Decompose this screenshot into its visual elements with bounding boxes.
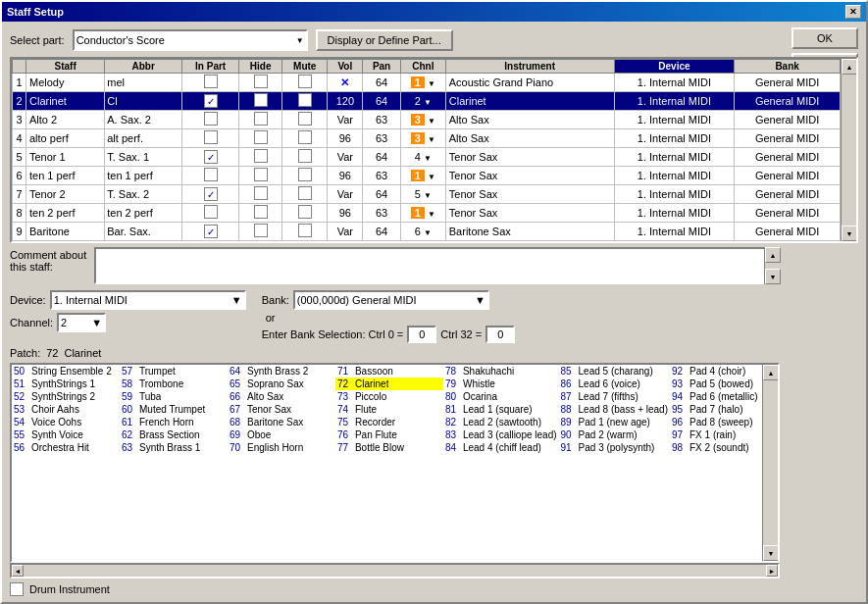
cell-mute[interactable]	[282, 74, 328, 92]
table-row[interactable]: 8ten 2 perften 2 perf96631 ▼Tenor Sax1. …	[13, 204, 841, 223]
patch-scroll-down[interactable]: ▼	[763, 545, 779, 561]
cell-mute[interactable]	[282, 92, 328, 111]
device-dropdown[interactable]: 1. Internal MIDI ▼	[50, 290, 246, 310]
patch-item[interactable]: 52SynthStrings 2	[12, 390, 120, 403]
cell-mute[interactable]	[282, 148, 328, 167]
cell-inpart[interactable]	[181, 148, 238, 167]
comment-scroll-up[interactable]: ▲	[765, 247, 781, 263]
patch-item[interactable]: 80Ocarina	[443, 390, 559, 403]
table-row[interactable]: 3Alto 2A. Sax. 2Var633 ▼Alto Sax1. Inter…	[13, 111, 841, 129]
cell-inpart[interactable]	[181, 167, 238, 185]
part-dropdown[interactable]: Conductor's Score ▼	[73, 29, 308, 51]
bank-dropdown[interactable]: (000,000d) General MIDI ▼	[293, 290, 489, 310]
cell-inpart[interactable]	[181, 129, 238, 148]
cell-inpart[interactable]	[181, 185, 238, 204]
patch-item[interactable]: 83Lead 3 (calliope lead)	[443, 428, 559, 441]
display-define-button[interactable]: Display or Define Part...	[316, 29, 453, 51]
drum-checkbox[interactable]	[10, 582, 24, 596]
patch-item[interactable]: 77Bottle Blow	[335, 441, 443, 454]
patch-item[interactable]: 65Soprano Sax	[228, 378, 335, 390]
table-row[interactable]: 7Tenor 2T. Sax. 2Var645 ▼Tenor Sax1. Int…	[13, 185, 841, 204]
scroll-up-btn[interactable]: ▲	[842, 59, 857, 75]
patch-item[interactable]: 56Orchestra Hit	[12, 441, 120, 454]
patch-item[interactable]: 55Synth Voice	[12, 428, 120, 441]
cell-mute[interactable]	[282, 167, 328, 185]
table-row[interactable]: 1Melodymel✕641 ▼Acoustic Grand Piano1. I…	[13, 74, 841, 92]
table-scrollbar-v[interactable]: ▲ ▼	[841, 59, 856, 241]
patch-item[interactable]: 54Voice Oohs	[12, 416, 120, 428]
cell-inpart[interactable]	[181, 204, 238, 223]
ok-button[interactable]: OK	[791, 27, 858, 49]
patch-item[interactable]: 74Flute	[335, 403, 443, 416]
patch-item[interactable]: 70English Horn	[228, 441, 335, 454]
patch-item[interactable]: 67Tenor Sax	[228, 403, 335, 416]
h-scroll-left[interactable]: ◄	[12, 565, 24, 577]
patch-item[interactable]: 88Lead 8 (bass + lead)	[559, 403, 670, 416]
patch-item[interactable]: 68Baritone Sax	[228, 416, 335, 428]
patch-item[interactable]: 90Pad 2 (warm)	[559, 428, 670, 441]
ctrl0-input[interactable]	[407, 326, 436, 343]
patch-item[interactable]: 78Shakuhachi	[443, 365, 559, 378]
table-row[interactable]: 9BaritoneBar. Sax.Var646 ▼Baritone Sax1.…	[13, 223, 841, 241]
patch-item[interactable]: 63Synth Brass 1	[120, 441, 228, 454]
table-row[interactable]: 5Tenor 1T. Sax. 1Var644 ▼Tenor Sax1. Int…	[13, 148, 841, 167]
cell-mute[interactable]	[282, 204, 328, 223]
patch-item[interactable]: 72Clarinet	[335, 378, 443, 390]
cell-inpart[interactable]	[181, 92, 238, 111]
patch-scrollbar-v[interactable]: ▲ ▼	[762, 365, 778, 561]
patch-item[interactable]: 66Alto Sax	[228, 390, 335, 403]
patch-item[interactable]: 61French Horn	[120, 416, 228, 428]
patch-item[interactable]: 87Lead 7 (fifths)	[559, 390, 670, 403]
cell-mute[interactable]	[282, 223, 328, 241]
patch-item[interactable]: 62Brass Section	[120, 428, 228, 441]
comment-scroll-down[interactable]: ▼	[765, 269, 781, 284]
patch-item[interactable]: 85Lead 5 (charang)	[559, 365, 670, 378]
patch-item[interactable]: 76Pan Flute	[335, 428, 443, 441]
cell-hide[interactable]	[239, 204, 282, 223]
patch-item[interactable]: 86Lead 6 (voice)	[559, 378, 670, 390]
cell-hide[interactable]	[239, 167, 282, 185]
cell-inpart[interactable]	[181, 111, 238, 129]
channel-dropdown[interactable]: 2 ▼	[57, 313, 106, 332]
cell-hide[interactable]	[239, 223, 282, 241]
patch-item[interactable]: 57Trumpet	[120, 365, 228, 378]
ctrl32-input[interactable]	[485, 326, 515, 343]
patch-list[interactable]: 50String Ensemble 251SynthStrings 152Syn…	[10, 363, 780, 563]
patch-scroll-up[interactable]: ▲	[763, 365, 779, 380]
patch-item[interactable]: 50String Ensemble 2	[12, 365, 120, 378]
patch-item[interactable]: 84Lead 4 (chiff lead)	[443, 441, 559, 454]
cell-inpart[interactable]	[181, 223, 238, 241]
comment-scrollbar[interactable]: ▲ ▼	[764, 247, 780, 284]
h-scroll-right[interactable]: ►	[766, 565, 778, 577]
patch-item[interactable]: 79Whistle	[443, 378, 559, 390]
cell-hide[interactable]	[239, 148, 282, 167]
cell-hide[interactable]	[239, 129, 282, 148]
patch-item[interactable]: 59Tuba	[120, 390, 228, 403]
patch-item[interactable]: 58Trombone	[120, 378, 228, 390]
table-row[interactable]: 2ClarinetCl120642 ▼Clarinet1. Internal M…	[13, 92, 841, 111]
cell-hide[interactable]	[239, 185, 282, 204]
patch-item[interactable]: 89Pad 1 (new age)	[559, 416, 670, 428]
cell-mute[interactable]	[282, 111, 328, 129]
patch-item[interactable]: 53Choir Aahs	[12, 403, 120, 416]
patch-item[interactable]: 69Oboe	[228, 428, 335, 441]
patch-item[interactable]: 71Bassoon	[335, 365, 443, 378]
scroll-down-btn[interactable]: ▼	[842, 226, 857, 241]
patch-item[interactable]: 64Synth Brass 2	[228, 365, 335, 378]
cell-mute[interactable]	[282, 129, 328, 148]
patch-item[interactable]: 81Lead 1 (square)	[443, 403, 559, 416]
cell-hide[interactable]	[239, 74, 282, 92]
cell-inpart[interactable]	[181, 74, 238, 92]
patch-item[interactable]: 51SynthStrings 1	[12, 378, 120, 390]
table-row[interactable]: 4alto perfalt perf.96633 ▼Alto Sax1. Int…	[13, 129, 841, 148]
patch-scrollbar-h[interactable]: ◄ ►	[10, 563, 780, 579]
cell-hide[interactable]	[239, 92, 282, 111]
close-button[interactable]: ✕	[845, 5, 861, 19]
patch-item[interactable]: 82Lead 2 (sawtooth)	[443, 416, 559, 428]
table-row[interactable]: 6ten 1 perften 1 perf96631 ▼Tenor Sax1. …	[13, 167, 841, 185]
cell-hide[interactable]	[239, 111, 282, 129]
comment-textarea[interactable]	[94, 247, 780, 284]
patch-item[interactable]: 75Recorder	[335, 416, 443, 428]
patch-item[interactable]: 91Pad 3 (polysynth)	[559, 441, 670, 454]
cell-mute[interactable]	[282, 185, 328, 204]
